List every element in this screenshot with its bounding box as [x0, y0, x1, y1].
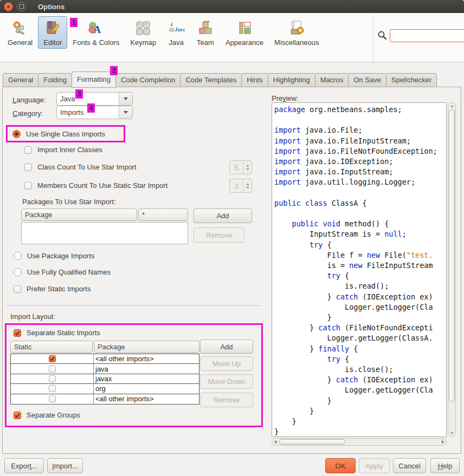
code-line: } [274, 396, 446, 406]
pkg-add-button[interactable]: Add [194, 208, 252, 223]
spinner-up-icon[interactable] [246, 165, 249, 167]
tab-code-templates[interactable]: Code Templates [180, 73, 241, 87]
toolbar-item-label: Java [169, 38, 183, 47]
code-line [274, 208, 446, 219]
pkg-remove-button[interactable]: Remove [194, 227, 244, 243]
annotation-badge-1: 1 [70, 18, 78, 27]
editor-tabs: GeneralFoldingFormattingCode CompletionC… [3, 71, 437, 87]
chevron-down-icon[interactable] [119, 106, 132, 119]
toolbar-item-appearance[interactable]: Appearance [220, 16, 269, 49]
code-line: File f = new File("test. [274, 250, 446, 260]
help-button[interactable]: Help [430, 458, 460, 473]
tab-formatting[interactable]: Formatting [72, 71, 116, 88]
pkg-table-body[interactable] [21, 222, 188, 244]
table-row[interactable]: javax [11, 374, 199, 384]
separate-static-imports-checkbox[interactable] [14, 329, 21, 337]
layout-table: <all other imports>javajavaxorg<all othe… [10, 354, 199, 405]
tab-hints[interactable]: Hints [241, 73, 268, 87]
layout-add-button[interactable]: Add [200, 340, 253, 354]
search-input[interactable] [390, 29, 464, 42]
scroll-left-icon[interactable] [274, 440, 276, 444]
import-inner-classes-checkbox[interactable] [24, 146, 32, 154]
preview-vertical-scrollbar[interactable] [448, 102, 456, 437]
code-line: try { [274, 271, 446, 281]
code-line: is.read(); [274, 281, 446, 291]
layout-cell-static [11, 354, 94, 363]
code-line: } catch (FileNotFoundExcepti [274, 323, 446, 333]
scroll-right-icon[interactable] [442, 440, 444, 444]
vertical-scroll-thumb[interactable] [449, 109, 455, 402]
annotation-badge-3: 3 [75, 89, 83, 99]
separate-groups-checkbox[interactable] [14, 412, 21, 419]
use-single-class-imports-radio[interactable] [12, 130, 21, 138]
use-single-class-imports-highlight: Use Single Class Imports [6, 125, 125, 142]
close-icon[interactable]: × [4, 2, 13, 11]
class-count-checkbox[interactable] [24, 164, 32, 171]
export-button[interactable]: Export... [4, 458, 44, 473]
chevron-down-icon[interactable] [119, 93, 132, 105]
table-row[interactable]: <all other imports> [11, 354, 199, 364]
table-row[interactable]: <all other imports> [11, 394, 199, 404]
use-package-imports-label: Use Package Imports [27, 252, 94, 260]
class-count-spinner[interactable]: 5 [229, 160, 252, 174]
code-line: is.close(); [274, 364, 446, 375]
language-label: Language: [12, 96, 46, 104]
toolbar-item-miscellaneous[interactable]: Miscellaneous [269, 16, 324, 49]
cancel-button[interactable]: Cancel [393, 458, 426, 473]
tab-general[interactable]: General [3, 73, 38, 87]
layout-remove-button[interactable]: Remove [200, 393, 253, 407]
layout-cell-package: <all other imports> [94, 395, 199, 403]
static-checkbox[interactable] [49, 395, 56, 402]
import-button[interactable]: Import... [47, 458, 83, 473]
category-label: Category: [12, 109, 43, 118]
scroll-down-icon[interactable] [450, 432, 454, 434]
tab-highlighting[interactable]: Highlighting [268, 73, 315, 87]
code-line: import java.util.logging.Logger; [274, 177, 446, 187]
pkg-table-header-package[interactable]: Package [21, 208, 137, 221]
use-fully-qualified-names-label: Use Fully Qualified Names [27, 268, 111, 276]
members-count-checkbox[interactable] [24, 182, 32, 190]
pkg-table-header-star[interactable]: * [138, 208, 188, 221]
toolbar-item-editor[interactable]: Editor [38, 16, 67, 49]
static-checkbox[interactable] [49, 375, 56, 382]
table-row[interactable]: org [11, 384, 199, 394]
prefer-static-imports-checkbox[interactable] [14, 285, 21, 293]
toolbar-item-label: Editor [43, 38, 62, 47]
move-up-button[interactable]: Move Up [200, 356, 253, 371]
toolbar-item-general[interactable]: General [2, 16, 38, 49]
code-line: import java.io.FileInputStream; [274, 136, 446, 146]
scroll-up-icon[interactable] [450, 105, 454, 107]
ok-button[interactable]: OK [325, 458, 356, 473]
move-down-button[interactable]: Move Down [200, 374, 253, 389]
table-row[interactable]: java [11, 364, 199, 374]
tab-on-save[interactable]: On Save [348, 73, 386, 87]
tab-folding[interactable]: Folding [38, 73, 72, 87]
static-checkbox[interactable] [49, 366, 56, 373]
code-line: Logger.getLogger(Cla [274, 385, 446, 395]
preview-horizontal-scrollbar[interactable] [272, 438, 447, 446]
static-checkbox[interactable] [49, 355, 56, 362]
packages-star-import-label: Packages To Use Star Import: [22, 198, 115, 206]
spinner-down-icon[interactable] [246, 187, 249, 189]
restore-icon[interactable] [17, 2, 26, 11]
separate-static-imports-label: Separate Static Imports [27, 329, 100, 337]
toolbar-item-keymap[interactable]: Keymap [125, 16, 162, 49]
separate-groups-label: Separate Groups [27, 411, 80, 419]
spinner-up-icon[interactable] [246, 183, 249, 185]
prefer-static-imports-label: Prefer Static Imports [27, 285, 91, 293]
tab-macros[interactable]: Macros [315, 73, 349, 87]
tab-code-completion[interactable]: Code Completion [116, 73, 180, 87]
layout-header-package[interactable]: Package [94, 341, 199, 353]
toolbar-item-team[interactable]: Team [191, 16, 220, 49]
layout-header-static[interactable]: Static [10, 341, 93, 353]
layout-cell-package: <all other imports> [94, 355, 199, 363]
spinner-down-icon[interactable] [246, 168, 249, 171]
apply-button[interactable]: Apply [359, 458, 390, 473]
toolbar-item-java[interactable]: JavaJava [162, 16, 191, 49]
static-checkbox[interactable] [49, 385, 56, 392]
use-fully-qualified-names-radio[interactable] [14, 268, 22, 276]
tab-spellchecker[interactable]: Spellchecker [386, 73, 437, 87]
use-package-imports-radio[interactable] [14, 252, 22, 260]
horizontal-scroll-thumb[interactable] [279, 439, 345, 445]
members-count-spinner[interactable]: 3 [229, 179, 252, 193]
